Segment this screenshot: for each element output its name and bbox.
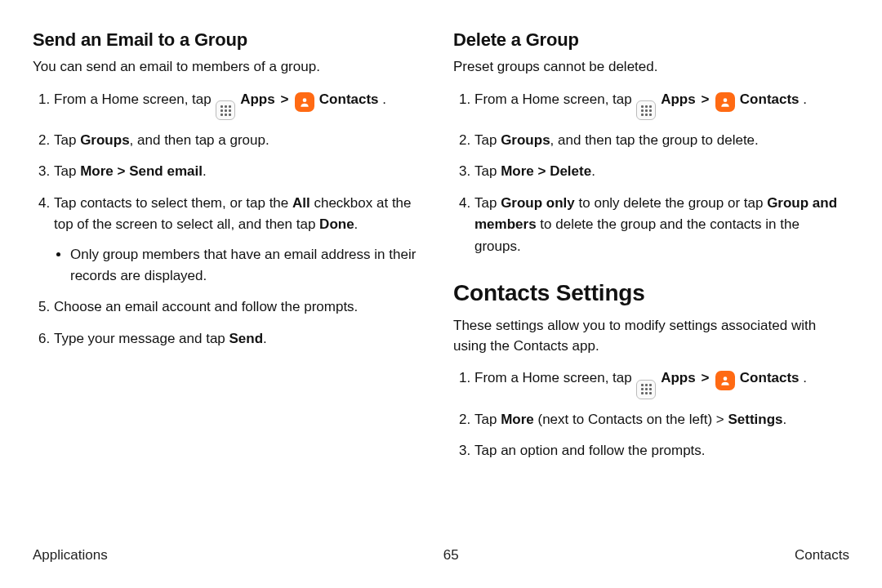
- intro-text: Preset groups cannot be deleted.: [453, 57, 849, 78]
- bold-text: Group only: [501, 195, 575, 211]
- list-item: From a Home screen, tap Apps > Contacts …: [474, 368, 849, 399]
- step-text: .: [263, 331, 267, 346]
- chevron-right-icon: >: [280, 89, 288, 110]
- list-item: Tap Groups, and then tap the group to de…: [474, 130, 849, 151]
- step-text: .: [803, 91, 807, 107]
- sub-bullet-list: Only group members that have an email ad…: [54, 244, 429, 287]
- heading-contacts-settings: Contacts Settings: [453, 280, 849, 306]
- contacts-icon: [715, 371, 735, 390]
- intro-text: These settings allow you to modify setti…: [453, 316, 849, 356]
- contacts-label: Contacts: [740, 370, 800, 385]
- list-item: Type your message and tap Send.: [54, 328, 429, 350]
- page-number: 65: [443, 547, 459, 564]
- bold-text: All: [292, 195, 310, 211]
- left-column: Send an Email to a Group You can send an…: [33, 29, 429, 484]
- section-delete-group: Delete a Group Preset groups cannot be d…: [453, 29, 849, 257]
- step-text: Tap: [474, 195, 501, 211]
- step-text: , and then tap a group.: [130, 132, 270, 148]
- page-footer: Applications 65 Contacts: [33, 539, 849, 564]
- step-text: Tap: [474, 163, 501, 179]
- apps-grid-icon: [641, 384, 652, 394]
- step-text: .: [354, 216, 359, 232]
- apps-label: Apps: [240, 91, 275, 107]
- step-text: Tap: [474, 412, 501, 427]
- contacts-icon: [295, 92, 314, 112]
- contacts-label: Contacts: [740, 91, 800, 107]
- apps-grid-icon: [220, 105, 231, 116]
- bold-text: Send: [229, 331, 264, 346]
- bold-text: Send email: [129, 163, 203, 179]
- svg-point-2: [724, 376, 728, 381]
- bold-text: More: [501, 412, 534, 427]
- bold-text: >: [534, 163, 550, 179]
- bold-text: More: [501, 163, 534, 179]
- list-item: From a Home screen, tap Apps > Contacts …: [54, 89, 429, 121]
- list-item: Tap Group only to only delete the group …: [474, 193, 849, 257]
- bold-text: Delete: [550, 163, 591, 179]
- svg-point-1: [724, 98, 728, 102]
- step-text: to only delete the group or tap: [575, 195, 767, 211]
- svg-point-0: [303, 98, 307, 102]
- bold-text: More: [80, 163, 114, 179]
- apps-label: Apps: [661, 370, 696, 385]
- bold-text: Settings: [728, 412, 782, 427]
- contacts-label: Contacts: [319, 91, 379, 107]
- steps-list: From a Home screen, tap Apps > Contacts …: [453, 368, 849, 461]
- list-item: Tap More > Send email.: [54, 161, 429, 182]
- section-contacts-settings: Contacts Settings These settings allow y…: [453, 280, 849, 461]
- step-text: .: [782, 412, 786, 427]
- list-item: From a Home screen, tap Apps > Contacts …: [474, 89, 849, 121]
- right-column: Delete a Group Preset groups cannot be d…: [453, 29, 849, 484]
- step-text: From a Home screen, tap: [54, 91, 215, 107]
- chevron-right-icon: >: [701, 89, 709, 110]
- bold-text: Done: [319, 216, 354, 232]
- step-text: Tap: [474, 132, 501, 148]
- step-text: From a Home screen, tap: [474, 91, 635, 107]
- steps-list: From a Home screen, tap Apps > Contacts …: [453, 89, 849, 257]
- bold-text: Groups: [80, 132, 129, 148]
- section-send-email: Send an Email to a Group You can send an…: [33, 29, 429, 350]
- chevron-right-icon: >: [701, 368, 709, 389]
- list-item: Tap Groups, and then tap a group.: [54, 130, 429, 151]
- bold-text: Groups: [501, 132, 550, 148]
- steps-list: From a Home screen, tap Apps > Contacts …: [33, 89, 429, 350]
- step-text: From a Home screen, tap: [474, 370, 635, 385]
- step-text: .: [382, 91, 386, 107]
- step-text: , and then tap the group to delete.: [550, 132, 759, 148]
- heading-delete-group: Delete a Group: [453, 29, 849, 51]
- footer-left: Applications: [33, 547, 108, 564]
- step-text: Tap contacts to select them, or tap the: [54, 195, 292, 211]
- list-item: Tap More (next to Contacts on the left) …: [474, 409, 849, 430]
- apps-icon: [636, 380, 656, 399]
- step-text: .: [591, 163, 595, 179]
- step-text: .: [803, 370, 807, 385]
- bold-text: >: [114, 163, 129, 179]
- list-item: Tap contacts to select them, or tap the …: [54, 193, 429, 287]
- apps-icon: [216, 100, 235, 120]
- list-item: Tap an option and follow the prompts.: [474, 440, 849, 461]
- apps-grid-icon: [641, 105, 652, 116]
- step-text: Type your message and tap: [54, 331, 229, 346]
- contacts-icon: [715, 92, 735, 112]
- step-text: (next to Contacts on the left) >: [534, 412, 728, 427]
- apps-label: Apps: [661, 91, 696, 107]
- step-text: Tap: [54, 163, 80, 179]
- page-columns: Send an Email to a Group You can send an…: [33, 29, 849, 484]
- heading-send-email: Send an Email to a Group: [33, 29, 429, 51]
- intro-text: You can send an email to members of a gr…: [33, 57, 429, 78]
- footer-right: Contacts: [795, 547, 849, 564]
- list-item: Tap More > Delete.: [474, 161, 849, 182]
- step-text: .: [203, 163, 207, 179]
- list-item: Choose an email account and follow the p…: [54, 296, 429, 318]
- apps-icon: [636, 100, 656, 120]
- list-item: Only group members that have an email ad…: [70, 244, 429, 287]
- step-text: Tap: [54, 132, 80, 148]
